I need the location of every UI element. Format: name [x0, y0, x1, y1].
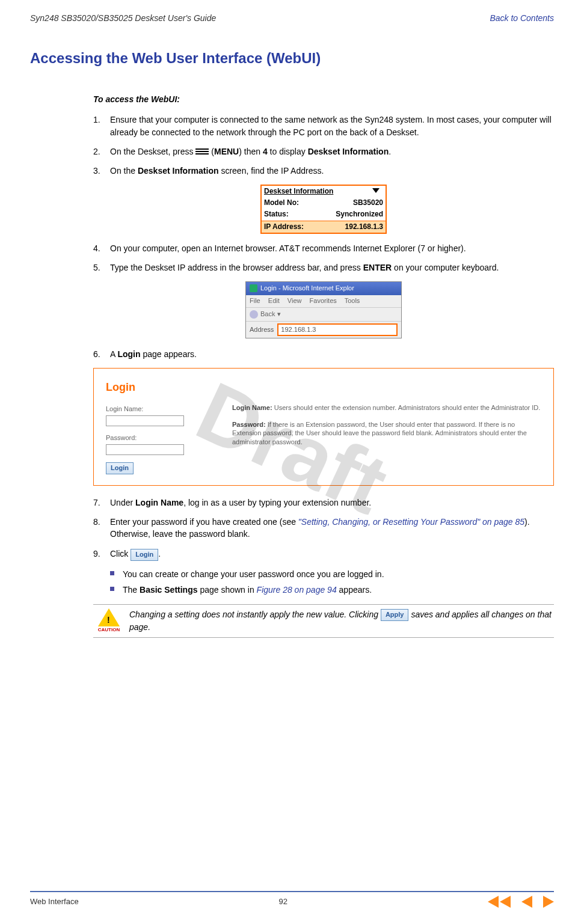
step-number: 3.: [93, 165, 110, 177]
deskset-row-label: IP Address:: [264, 222, 304, 232]
browser-screenshot: Login - Microsoft Internet Explor File E…: [245, 281, 402, 339]
bullet-icon: [110, 571, 114, 575]
deskset-info-box: Deskset Information Model No: SB35020 St…: [260, 185, 387, 234]
caution-label: CAUTION: [93, 626, 124, 634]
browser-toolbar: Back▾: [246, 307, 401, 321]
browser-menus: File Edit View Favorites Tools: [246, 295, 401, 307]
menu-icon: [195, 147, 209, 156]
login-name-field: [106, 415, 184, 426]
step-number: 1.: [93, 114, 110, 138]
footer-section: Web Interface: [30, 896, 79, 908]
deskset-info-title: Deskset Information: [264, 187, 333, 195]
address-bar: 192.168.1.3: [277, 323, 398, 337]
back-icon: [250, 310, 258, 319]
step-text: On the Deskset, press (MENU) then 4 to d…: [110, 145, 554, 158]
sub-bullet-text: The Basic Settings page shown in Figure …: [123, 584, 372, 596]
cross-ref-link[interactable]: "Setting, Changing, or Resetting Your Pa…: [298, 517, 524, 527]
step-number: 9.: [93, 548, 110, 561]
step-text: Type the Deskset IP address in the brows…: [110, 262, 554, 274]
step-text: Enter your password if you have created …: [110, 516, 554, 540]
step-number: 4.: [93, 242, 110, 254]
login-screenshot: Login Login Name: Password: Login Login …: [93, 368, 554, 486]
ie-icon: [250, 284, 257, 292]
step-number: 2.: [93, 145, 110, 158]
back-to-contents-link[interactable]: Back to Contents: [490, 12, 554, 24]
step-number: 5.: [93, 262, 110, 274]
deskset-row-label: Model No:: [264, 198, 299, 208]
login-heading: Login: [106, 379, 214, 395]
sub-heading: To access the WebUI:: [93, 93, 554, 105]
nav-next-icon[interactable]: [543, 896, 554, 908]
step-text: On the Deskset Information screen, find …: [110, 165, 554, 177]
page-number: 92: [279, 896, 287, 908]
page-title: Accessing the Web User Interface (WebUI): [30, 48, 554, 69]
password-label: Password:: [106, 433, 214, 443]
nav-first-icon[interactable]: [488, 896, 499, 908]
address-label: Address: [250, 325, 274, 335]
nav-first-icon[interactable]: [500, 896, 511, 908]
step-number: 8.: [93, 516, 110, 540]
step-text: Under Login Name, log in as a user by ty…: [110, 497, 554, 509]
doc-title: Syn248 SB35020/SB35025 Deskset User's Gu…: [30, 12, 216, 24]
apply-button: Apply: [381, 609, 409, 621]
step-text: A Login page appears.: [110, 348, 554, 360]
caution-note: CAUTION Changing a setting does not inst…: [93, 604, 554, 638]
chevron-down-icon: [372, 188, 380, 193]
cross-ref-link[interactable]: Figure 28 on page 94: [257, 585, 337, 595]
login-name-label: Login Name:: [106, 405, 214, 414]
browser-window-title: Login - Microsoft Internet Explor: [260, 284, 354, 293]
sub-bullet-text: You can create or change your user passw…: [123, 568, 384, 580]
password-field: [106, 444, 184, 455]
nav-prev-icon[interactable]: [521, 896, 532, 908]
step-number: 6.: [93, 348, 110, 360]
deskset-row-value: Synchronized: [336, 209, 383, 219]
login-button-inline: Login: [131, 549, 158, 561]
deskset-row-value: SB35020: [353, 198, 383, 208]
step-text: Ensure that your computer is connected t…: [110, 114, 554, 138]
login-button: Login: [106, 462, 134, 474]
step-text: On your computer, open an Internet brows…: [110, 242, 554, 254]
step-number: 7.: [93, 497, 110, 509]
step-text: Click Login.: [110, 548, 554, 561]
caution-icon: [98, 608, 120, 626]
deskset-row-value: 192.168.1.3: [345, 222, 383, 232]
deskset-row-label: Status:: [264, 209, 289, 219]
bullet-icon: [110, 587, 114, 591]
